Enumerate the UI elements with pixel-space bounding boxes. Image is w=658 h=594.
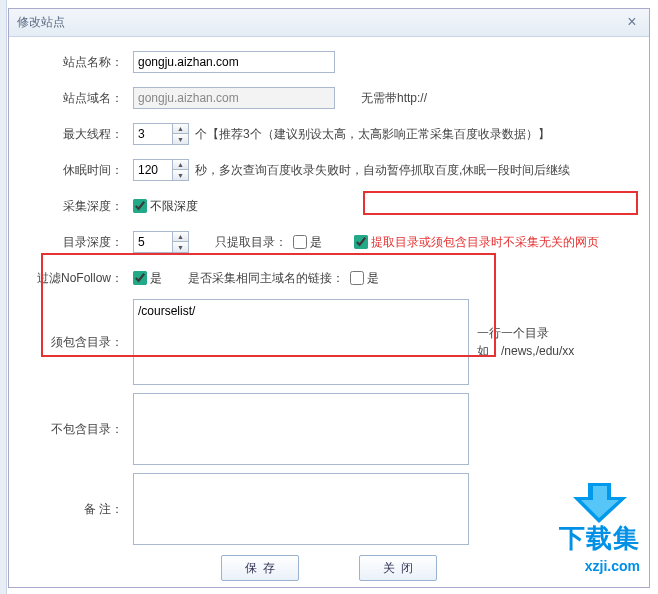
label-same-domain: 是否采集相同主域名的链接： [188, 270, 344, 287]
label-must-include-dir: 须包含目录： [23, 334, 133, 351]
row-site-name: 站点名称： [23, 47, 635, 77]
dialog-content: 站点名称： 站点域名： 无需带http:// 最大线程： ▲ ▼ [9, 37, 649, 587]
label-dir-depth: 目录深度： [23, 234, 133, 251]
site-name-input[interactable] [133, 51, 335, 73]
unlimited-depth-checkbox[interactable] [133, 199, 147, 213]
sleep-time-input[interactable] [133, 159, 173, 181]
row-exclude-dir: 不包含目录： [23, 393, 635, 465]
unlimited-depth-label: 不限深度 [150, 198, 198, 215]
row-remark: 备 注： [23, 473, 635, 545]
row-max-threads: 最大线程： ▲ ▼ 个【推荐3个（建议别设太高，太高影响正常采集百度收录数据）】 [23, 119, 635, 149]
dir-depth-input[interactable] [133, 231, 173, 253]
same-domain-yes: 是 [367, 270, 379, 287]
label-site-domain: 站点域名： [23, 90, 133, 107]
modify-site-dialog: 修改站点 × 站点名称： 站点域名： 无需带http:// 最大线程： ▲ [8, 8, 650, 588]
dialog-titlebar: 修改站点 × [9, 9, 649, 37]
same-domain-checkbox[interactable] [350, 271, 364, 285]
row-site-domain: 站点域名： 无需带http:// [23, 83, 635, 113]
label-extract-dir-only: 只提取目录： [215, 234, 287, 251]
checkbox-nofollow[interactable]: 是 [133, 270, 162, 287]
label-max-threads: 最大线程： [23, 126, 133, 143]
row-crawl-depth: 采集深度： 不限深度 [23, 191, 635, 221]
chevron-down-icon[interactable]: ▼ [173, 170, 188, 180]
hint-no-http: 无需带http:// [361, 90, 427, 107]
dir-depth-spinner[interactable]: ▲ ▼ [133, 231, 189, 253]
row-dir-depth: 目录深度： ▲ ▼ 只提取目录： 是 提取目录或须包含目录时不采 [23, 227, 635, 257]
remark-textarea[interactable] [133, 473, 469, 545]
dir-highlight-checkbox[interactable] [354, 235, 368, 249]
row-sleep-time: 休眠时间： ▲ ▼ 秒，多次查询百度收录失败时，自动暂停抓取百度,休眠一段时间后… [23, 155, 635, 185]
save-button[interactable]: 保存 [221, 555, 299, 581]
checkbox-unlimited-depth[interactable]: 不限深度 [133, 198, 198, 215]
label-sleep-time: 休眠时间： [23, 162, 133, 179]
chevron-up-icon[interactable]: ▲ [173, 232, 188, 242]
row-must-include-dir: 须包含目录： 一行一个目录 如：/news,/edu/xx [23, 299, 635, 385]
hint-threads: 个【推荐3个（建议别设太高，太高影响正常采集百度收录数据）】 [195, 126, 550, 143]
checkbox-same-domain[interactable]: 是 [350, 270, 379, 287]
label-exclude-dir: 不包含目录： [23, 421, 133, 438]
nofollow-checkbox[interactable] [133, 271, 147, 285]
dialog-title: 修改站点 [17, 14, 623, 31]
chevron-up-icon[interactable]: ▲ [173, 160, 188, 170]
max-threads-input[interactable] [133, 123, 173, 145]
close-button[interactable]: 关闭 [359, 555, 437, 581]
dir-highlight-label: 提取目录或须包含目录时不采集无关的网页 [371, 234, 599, 251]
dialog-buttons: 保存 关闭 [23, 555, 635, 581]
hint-dir-line1: 一行一个目录 [477, 324, 574, 342]
label-nofollow: 过滤NoFollow： [23, 270, 133, 287]
label-remark: 备 注： [23, 501, 133, 518]
chevron-down-icon[interactable]: ▼ [173, 242, 188, 252]
extract-dir-only-checkbox[interactable] [293, 235, 307, 249]
hint-dir-format: 一行一个目录 如：/news,/edu/xx [477, 324, 574, 360]
nofollow-yes: 是 [150, 270, 162, 287]
download-arrow-icon [573, 483, 633, 526]
hint-dir-line2: 如：/news,/edu/xx [477, 342, 574, 360]
checkbox-extract-dir-only[interactable]: 是 [293, 234, 322, 251]
svg-marker-1 [581, 486, 619, 518]
label-site-name: 站点名称： [23, 54, 133, 71]
watermark-brand: 下载集 [559, 521, 640, 556]
chevron-up-icon[interactable]: ▲ [173, 124, 188, 134]
exclude-dir-textarea[interactable] [133, 393, 469, 465]
max-threads-spinner[interactable]: ▲ ▼ [133, 123, 189, 145]
left-window-edge [0, 0, 7, 594]
sleep-time-spinner[interactable]: ▲ ▼ [133, 159, 189, 181]
chevron-down-icon[interactable]: ▼ [173, 134, 188, 144]
row-nofollow: 过滤NoFollow： 是 是否采集相同主域名的链接： 是 [23, 263, 635, 293]
hint-sleep: 秒，多次查询百度收录失败时，自动暂停抓取百度,休眠一段时间后继续 [195, 162, 570, 179]
site-domain-input [133, 87, 335, 109]
must-include-dir-textarea[interactable] [133, 299, 469, 385]
label-crawl-depth: 采集深度： [23, 198, 133, 215]
checkbox-dir-highlight[interactable]: 提取目录或须包含目录时不采集无关的网页 [354, 234, 599, 251]
extract-dir-only-yes: 是 [310, 234, 322, 251]
watermark-url: xzji.com [585, 558, 640, 574]
close-icon[interactable]: × [623, 14, 641, 32]
